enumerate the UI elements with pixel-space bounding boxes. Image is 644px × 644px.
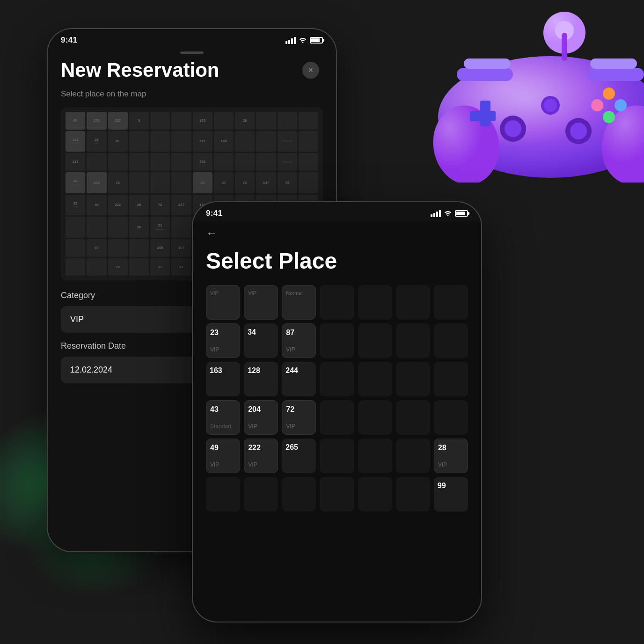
seat-card[interactable] bbox=[320, 285, 354, 320]
seat-card[interactable]: 34 bbox=[244, 323, 278, 358]
seat-cell[interactable]: 10Lift bbox=[66, 195, 85, 216]
seat-cell[interactable]: 51Standart bbox=[150, 217, 170, 238]
seat-cell[interactable] bbox=[171, 131, 191, 152]
seat-card[interactable] bbox=[434, 323, 468, 358]
seat-card[interactable]: 49 VIP bbox=[206, 439, 240, 473]
seat-cell[interactable] bbox=[129, 258, 149, 276]
seat-cell[interactable]: 43Standart bbox=[66, 172, 85, 193]
seat-cell[interactable] bbox=[256, 112, 276, 130]
seat-cell[interactable] bbox=[171, 217, 191, 238]
seat-cell[interactable] bbox=[299, 153, 318, 171]
seat-cell[interactable] bbox=[256, 131, 276, 152]
seat-cell[interactable] bbox=[87, 258, 106, 276]
seat-cell[interactable]: 107 bbox=[171, 239, 191, 257]
seat-cell[interactable]: 168 bbox=[214, 131, 234, 152]
seat-cell[interactable] bbox=[108, 217, 128, 238]
seat-cell[interactable]: 247 bbox=[171, 195, 191, 216]
seat-cell[interactable]: 72 bbox=[108, 172, 128, 193]
seat-cell[interactable]: 51 bbox=[171, 258, 191, 276]
seat-cell[interactable] bbox=[129, 153, 149, 171]
seat-card[interactable]: 265 bbox=[282, 439, 316, 473]
seat-cell[interactable] bbox=[171, 172, 191, 193]
seat-cell[interactable]: Normal bbox=[278, 153, 297, 171]
seat-cell[interactable]: 97 bbox=[87, 239, 106, 257]
seat-card[interactable]: 204 VIP bbox=[244, 400, 278, 435]
seat-card[interactable] bbox=[320, 477, 354, 512]
seat-cell[interactable] bbox=[256, 153, 276, 171]
seat-card[interactable]: VIP bbox=[206, 285, 240, 320]
seat-cell[interactable]: Normal bbox=[278, 131, 297, 152]
seat-card[interactable] bbox=[358, 477, 392, 512]
seat-cell[interactable] bbox=[150, 112, 170, 130]
seat-cell[interactable] bbox=[66, 239, 85, 257]
seat-cell[interactable]: 3 bbox=[129, 112, 149, 130]
seat-cell[interactable]: 72 bbox=[150, 195, 170, 216]
seat-cell[interactable]: 204 bbox=[87, 172, 106, 193]
seat-card[interactable]: 87 VIP bbox=[282, 323, 316, 358]
seat-cell[interactable] bbox=[278, 112, 297, 130]
seat-card[interactable] bbox=[358, 439, 392, 473]
seat-cell[interactable] bbox=[129, 172, 149, 193]
seat-cell[interactable]: 28 bbox=[129, 195, 149, 216]
seat-card[interactable] bbox=[396, 285, 430, 320]
seat-card[interactable]: 163 bbox=[206, 362, 240, 396]
seat-cell[interactable]: 253 bbox=[87, 112, 106, 130]
seat-card[interactable] bbox=[206, 477, 240, 512]
seat-cell[interactable] bbox=[235, 131, 255, 152]
seat-cell[interactable]: 28 bbox=[235, 112, 255, 130]
seat-card[interactable] bbox=[396, 323, 430, 358]
seat-card[interactable] bbox=[434, 285, 468, 320]
seat-cell[interactable]: 49 bbox=[87, 195, 106, 216]
seat-cell[interactable] bbox=[214, 112, 234, 130]
seat-cell[interactable] bbox=[150, 153, 170, 171]
seat-cell[interactable]: 272 bbox=[193, 131, 212, 152]
seat-card[interactable]: 28 VIP bbox=[434, 439, 468, 473]
seat-card[interactable] bbox=[434, 400, 468, 435]
seat-cell[interactable] bbox=[299, 112, 318, 130]
seat-cell[interactable] bbox=[214, 153, 234, 171]
seat-card[interactable] bbox=[358, 362, 392, 396]
seat-cell[interactable]: 286 bbox=[193, 153, 212, 171]
seat-card[interactable] bbox=[244, 477, 278, 512]
seat-card[interactable] bbox=[320, 439, 354, 473]
seat-cell[interactable]: 27 bbox=[150, 258, 170, 276]
seat-card[interactable] bbox=[396, 400, 430, 435]
seat-cell[interactable]: 147 bbox=[256, 172, 276, 193]
seat-card[interactable]: 43 Standart bbox=[206, 400, 240, 435]
seat-card[interactable] bbox=[396, 477, 430, 512]
seat-cell[interactable] bbox=[108, 239, 128, 257]
seat-cell[interactable] bbox=[108, 153, 128, 171]
seat-card[interactable] bbox=[320, 362, 354, 396]
seat-card[interactable] bbox=[358, 323, 392, 358]
seat-cell[interactable] bbox=[299, 131, 318, 152]
seat-card[interactable]: 222 VIP bbox=[244, 439, 278, 473]
seat-cell[interactable]: 40 bbox=[193, 172, 212, 193]
seat-cell[interactable] bbox=[235, 153, 255, 171]
seat-card[interactable] bbox=[396, 439, 430, 473]
close-button[interactable]: × bbox=[302, 62, 319, 79]
seat-cell[interactable] bbox=[171, 153, 191, 171]
seat-cell[interactable]: 23Lift bbox=[87, 131, 106, 152]
seat-cell[interactable] bbox=[150, 172, 170, 193]
seat-card[interactable] bbox=[358, 400, 392, 435]
seat-cell[interactable] bbox=[299, 172, 318, 193]
seat-card[interactable]: 99 bbox=[434, 477, 468, 512]
seat-cell[interactable]: 163Normal bbox=[66, 131, 85, 152]
seat-cell[interactable]: 33 bbox=[214, 172, 234, 193]
seat-card[interactable]: 72 VIP bbox=[282, 400, 316, 435]
seat-card[interactable] bbox=[434, 362, 468, 396]
seat-cell[interactable] bbox=[129, 131, 149, 152]
seat-card[interactable]: 244 bbox=[282, 362, 316, 396]
seat-cell[interactable]: 81 bbox=[108, 131, 128, 152]
seat-card[interactable]: 23 VIP bbox=[206, 323, 240, 358]
seat-cell[interactable]: 165 bbox=[193, 112, 212, 130]
seat-cell[interactable]: 69 bbox=[66, 112, 85, 130]
seat-cell[interactable] bbox=[66, 258, 85, 276]
seat-cell[interactable] bbox=[150, 131, 170, 152]
seat-cell[interactable]: 75 bbox=[278, 172, 297, 193]
seat-card[interactable]: 128 bbox=[244, 362, 278, 396]
seat-card[interactable] bbox=[282, 477, 316, 512]
seat-cell[interactable]: 117 bbox=[66, 153, 85, 171]
seat-card[interactable] bbox=[320, 400, 354, 435]
seat-cell[interactable]: 257 bbox=[108, 112, 128, 130]
